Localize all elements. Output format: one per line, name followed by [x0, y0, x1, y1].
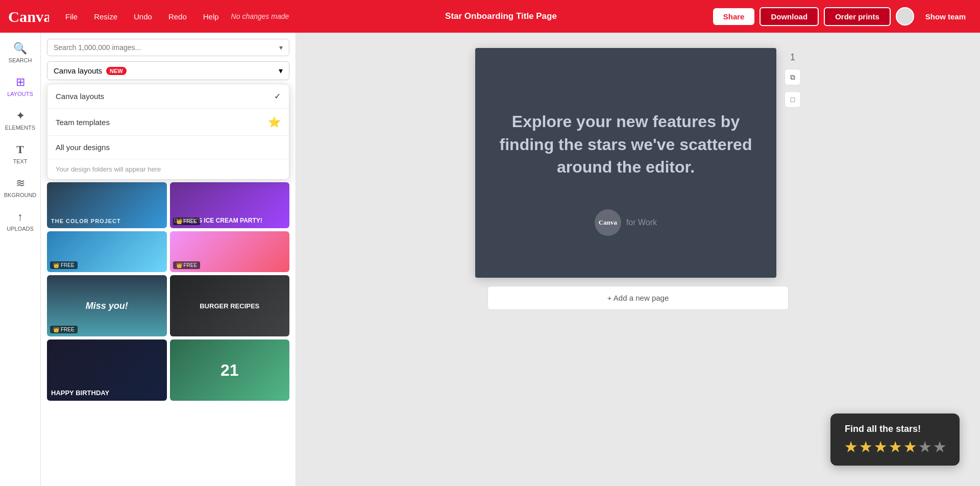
canvas-card[interactable]: Explore your new features by finding the…: [475, 48, 776, 278]
canvas-text: Explore your new features by finding the…: [475, 90, 776, 199]
sidebar-text-label: TEXT: [13, 158, 27, 164]
download-button[interactable]: Download: [760, 7, 819, 26]
chevron-down-icon: ▾: [279, 66, 283, 76]
sidebar-item-search[interactable]: 🔍 SEARCH: [2, 37, 39, 68]
file-menu[interactable]: File: [59, 9, 84, 24]
thumbnail-color-project[interactable]: THE COLOR PROJECT: [47, 182, 167, 228]
status-text: No changes made: [231, 12, 289, 20]
free-badge-4: FREE: [50, 326, 78, 333]
star-2: ★: [860, 440, 871, 455]
canva-logo[interactable]: Canva: [8, 7, 49, 26]
dropdown-menu: Canva layouts ✓ Team templates ⭐ All you…: [47, 84, 289, 180]
canvas-footer: Canva for Work: [595, 209, 657, 236]
resize-menu[interactable]: Resize: [88, 9, 124, 24]
star-4: ★: [889, 440, 901, 455]
sidebar-item-uploads[interactable]: ↑ UPLOADS: [2, 205, 39, 237]
dropdown-item-all-designs[interactable]: All your designs: [47, 136, 289, 159]
new-badge: NEW: [106, 67, 127, 75]
background-icon: ≋: [16, 177, 25, 190]
sidebar-search-label: SEARCH: [9, 57, 32, 63]
page-number: 1: [790, 52, 795, 63]
color-project-title: THE COLOR PROJECT: [51, 218, 121, 224]
search-input[interactable]: [54, 43, 279, 52]
star-icon: ⭐: [268, 116, 281, 128]
search-icon: 🔍: [13, 42, 27, 55]
layout-dropdown-label: Canva layouts: [54, 66, 102, 75]
show-team-button[interactable]: Show team: [919, 9, 972, 24]
order-prints-button[interactable]: Order prints: [824, 7, 891, 26]
page-container: Explore your new features by finding the…: [475, 48, 801, 278]
avatar[interactable]: [896, 7, 914, 26]
undo-btn[interactable]: Undo: [128, 9, 158, 24]
canva-layouts-label: Canva layouts: [56, 92, 104, 101]
layout-dropdown-trigger[interactable]: Canva layouts NEW ▾: [47, 61, 289, 80]
stars-row: ★ ★ ★ ★ ★ ★ ★: [845, 440, 945, 455]
text-icon: T: [16, 143, 24, 156]
elements-icon: ✦: [16, 109, 25, 123]
sidebar-elements-label: ELEMENTS: [5, 125, 35, 131]
chevron-down-icon: ▾: [279, 43, 283, 52]
dropdown-item-canva-layouts[interactable]: Canva layouts ✓: [47, 84, 289, 108]
free-badge: FREE: [173, 217, 201, 225]
dropdown-item-team-templates[interactable]: Team templates ⭐: [47, 109, 289, 135]
side-control-2[interactable]: □: [785, 91, 801, 108]
all-designs-label: All your designs: [56, 143, 110, 152]
page-side-controls: 1 ⧉ □: [785, 48, 801, 108]
side-control-1[interactable]: ⧉: [785, 69, 801, 85]
thumbnail-blue-van[interactable]: FREE: [47, 231, 167, 272]
star-7: ★: [934, 440, 945, 455]
burger-label: BURGER RECIPES: [200, 302, 259, 310]
star-1: ★: [845, 440, 856, 455]
svg-text:Canva: Canva: [8, 8, 49, 26]
nav-right-actions: Share Download Order prints Show team: [713, 7, 972, 26]
document-title: Star Onboarding Title Page: [445, 11, 557, 21]
thumbnail-burger[interactable]: BURGER RECIPES: [170, 275, 290, 336]
sidebar-bg-label: BKGROUND: [4, 192, 37, 198]
redo-btn[interactable]: Redo: [162, 9, 193, 24]
search-bar[interactable]: ▾: [47, 39, 289, 56]
sidebar-uploads-label: UPLOADS: [7, 226, 34, 232]
thumbnail-icecream[interactable]: DANIEL'S ICE CREAM PARTY! FREE: [170, 182, 290, 228]
canva-logo-circle: Canva: [595, 209, 621, 236]
star-3: ★: [874, 440, 886, 455]
thumbnail-miss-you[interactable]: Miss you! FREE: [47, 275, 167, 336]
stars-tooltip: Find all the stars! ★ ★ ★ ★ ★ ★ ★: [830, 414, 960, 466]
sidebar-item-layouts[interactable]: ⊞ LAYOUTS: [2, 70, 39, 102]
layouts-icon: ⊞: [16, 76, 25, 89]
for-work-label: for Work: [626, 218, 657, 227]
help-btn[interactable]: Help: [197, 9, 225, 24]
free-badge-3: FREE: [173, 261, 201, 269]
birthday-label: HAPPY BIRTHDAY: [51, 389, 109, 397]
share-button[interactable]: Share: [713, 8, 755, 25]
uploads-icon: ↑: [17, 210, 23, 224]
star-5: ★: [904, 440, 916, 455]
design-folders-hint: Your design folders will appear here: [47, 159, 289, 179]
sidebar-layouts-label: LAYOUTS: [7, 91, 33, 97]
sidebar-item-elements[interactable]: ✦ ELEMENTS: [2, 104, 39, 136]
thumbnail-21[interactable]: 21: [170, 339, 290, 401]
miss-you-text: Miss you!: [86, 301, 128, 311]
layouts-panel: ▾ Canva layouts NEW ▾ Canva layouts ✓ Te…: [41, 33, 296, 486]
thumbnail-grid: THE COLOR PROJECT DANIEL'S ICE CREAM PAR…: [47, 182, 289, 401]
team-templates-label: Team templates: [56, 118, 110, 127]
tooltip-label: Find all the stars!: [845, 424, 945, 434]
star-6: ★: [919, 440, 930, 455]
add-page-bar[interactable]: + Add a new page: [487, 286, 789, 310]
icon-sidebar: 🔍 SEARCH ⊞ LAYOUTS ✦ ELEMENTS T TEXT ≋ B…: [0, 33, 41, 486]
21-label: 21: [220, 361, 239, 380]
thumbnail-flowers[interactable]: FREE: [170, 231, 290, 272]
free-badge-2: FREE: [50, 261, 78, 269]
check-icon: ✓: [274, 91, 281, 101]
layout-dropdown-left: Canva layouts NEW: [54, 66, 127, 75]
thumbnail-birthday[interactable]: HAPPY BIRTHDAY: [47, 339, 167, 401]
sidebar-item-background[interactable]: ≋ BKGROUND: [2, 172, 39, 203]
doc-title-area: Star Onboarding Title Page: [293, 11, 709, 21]
sidebar-item-text[interactable]: T TEXT: [2, 138, 39, 169]
top-nav: Canva File Resize Undo Redo Help No chan…: [0, 0, 980, 33]
